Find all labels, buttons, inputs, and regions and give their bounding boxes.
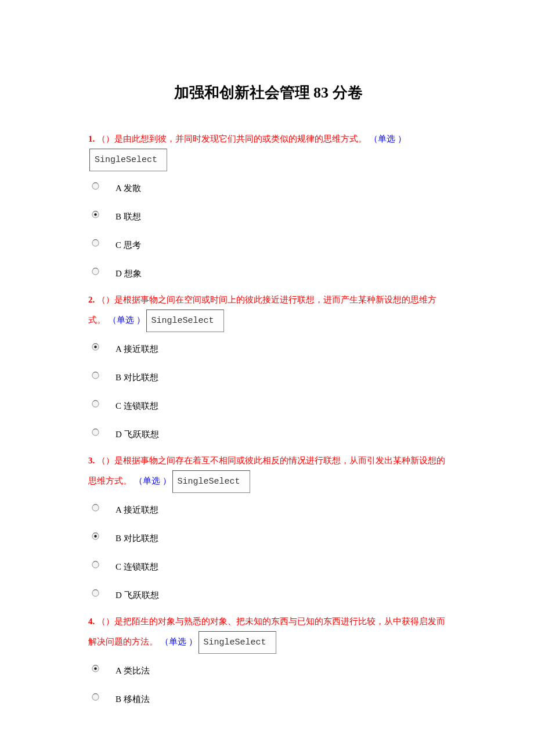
tag-box: SingleSelect bbox=[172, 470, 250, 493]
question-number: 2. bbox=[88, 295, 95, 304]
svg-point-16 bbox=[94, 667, 97, 670]
option-row[interactable]: A 发散 bbox=[92, 177, 448, 200]
option-label: C 连锁联想 bbox=[116, 399, 158, 413]
option-label: C 思考 bbox=[116, 239, 141, 252]
radio-icon bbox=[92, 589, 99, 597]
radio-icon bbox=[92, 343, 99, 351]
option-row[interactable]: B 对比联想 bbox=[92, 527, 448, 550]
radio-icon bbox=[92, 561, 99, 568]
question-prompt: 1. （）是由此想到彼，并同时发现它们共同的或类似的规律的思维方式。 （单选 ）… bbox=[88, 129, 448, 171]
radio-icon bbox=[92, 182, 99, 190]
option-label: D 飞跃联想 bbox=[116, 428, 159, 441]
option-label: A 接近联想 bbox=[116, 503, 158, 517]
tag-box: SingleSelect bbox=[146, 309, 224, 332]
option-row[interactable]: C 连锁联想 bbox=[92, 555, 448, 578]
option-row[interactable]: B 对比联想 bbox=[92, 366, 448, 389]
radio-icon bbox=[92, 665, 99, 672]
question: 1. （）是由此想到彼，并同时发现它们共同的或类似的规律的思维方式。 （单选 ）… bbox=[88, 129, 448, 285]
question-type: （单选 ） bbox=[369, 134, 406, 143]
option-label: A 发散 bbox=[116, 182, 141, 195]
option-label: B 对比联想 bbox=[116, 371, 158, 384]
question: 2. （）是根据事物之间在空间或时间上的彼此接近进行联想，进而产生某种新设想的思… bbox=[88, 290, 448, 446]
option-row[interactable]: C 连锁联想 bbox=[92, 394, 448, 417]
tag-box: SingleSelect bbox=[89, 149, 167, 171]
radio-icon bbox=[92, 372, 99, 379]
tag-box: SingleSelect bbox=[199, 631, 276, 654]
question-prompt: 2. （）是根据事物之间在空间或时间上的彼此接近进行联想，进而产生某种新设想的思… bbox=[88, 290, 448, 332]
svg-point-7 bbox=[92, 372, 99, 378]
question-type: （单选 ） bbox=[160, 637, 197, 646]
question-type: （单选 ） bbox=[134, 476, 171, 485]
option-row[interactable]: B 移植法 bbox=[92, 687, 448, 711]
question: 4. （）是把陌生的对象与熟悉的对象、把未知的东西与已知的东西进行比较，从中获得… bbox=[88, 612, 448, 711]
svg-point-8 bbox=[92, 400, 99, 406]
svg-point-13 bbox=[92, 561, 99, 567]
svg-point-10 bbox=[92, 504, 99, 510]
option-row[interactable]: A 类比法 bbox=[92, 659, 448, 682]
question-number: 4. bbox=[88, 617, 95, 626]
questions-container: 1. （）是由此想到彼，并同时发现它们共同的或类似的规律的思维方式。 （单选 ）… bbox=[88, 129, 448, 711]
question: 3. （）是根据事物之间存在着互不相同或彼此相反的情况进行联想，从而引发出某种新… bbox=[88, 451, 448, 607]
option-row[interactable]: A 接近联想 bbox=[92, 498, 448, 521]
option-label: C 连锁联想 bbox=[116, 560, 158, 574]
option-label: B 对比联想 bbox=[116, 532, 158, 545]
radio-icon bbox=[92, 400, 99, 408]
question-prompt: 4. （）是把陌生的对象与熟悉的对象、把未知的东西与已知的东西进行比较，从中获得… bbox=[88, 612, 448, 654]
svg-point-0 bbox=[92, 182, 99, 189]
svg-point-14 bbox=[92, 589, 99, 596]
option-label: A 接近联想 bbox=[116, 343, 158, 356]
option-row[interactable]: C 思考 bbox=[92, 233, 448, 257]
question-text: （）是由此想到彼，并同时发现它们共同的或类似的规律的思维方式。 bbox=[97, 134, 367, 143]
radio-icon bbox=[92, 211, 99, 218]
option-row[interactable]: D 飞跃联想 bbox=[92, 423, 448, 446]
radio-icon bbox=[92, 239, 99, 247]
option-row[interactable]: B 联想 bbox=[92, 205, 448, 228]
radio-icon bbox=[92, 268, 99, 275]
radio-icon bbox=[92, 532, 99, 540]
svg-point-4 bbox=[92, 268, 99, 274]
page-title: 加强和创新社会管理 83 分卷 bbox=[88, 81, 448, 104]
option-row[interactable]: D 想象 bbox=[92, 262, 448, 285]
question-number: 1. bbox=[88, 134, 95, 143]
option-label: D 飞跃联想 bbox=[116, 589, 159, 602]
radio-icon bbox=[92, 693, 99, 701]
question-prompt: 3. （）是根据事物之间存在着互不相同或彼此相反的情况进行联想，从而引发出某种新… bbox=[88, 451, 448, 493]
svg-point-9 bbox=[92, 429, 99, 435]
radio-icon bbox=[92, 429, 99, 436]
option-row[interactable]: A 接近联想 bbox=[92, 337, 448, 361]
svg-point-12 bbox=[94, 535, 97, 538]
svg-point-3 bbox=[92, 239, 99, 246]
svg-point-17 bbox=[92, 693, 99, 700]
question-type: （单选 ） bbox=[108, 315, 145, 325]
option-label: B 移植法 bbox=[116, 693, 150, 706]
svg-point-2 bbox=[94, 213, 97, 216]
option-label: D 想象 bbox=[116, 267, 142, 280]
option-label: B 联想 bbox=[116, 210, 141, 224]
radio-icon bbox=[92, 504, 99, 512]
option-label: A 类比法 bbox=[116, 664, 150, 678]
svg-point-6 bbox=[94, 345, 97, 348]
question-number: 3. bbox=[88, 456, 95, 465]
option-row[interactable]: D 飞跃联想 bbox=[92, 584, 448, 607]
